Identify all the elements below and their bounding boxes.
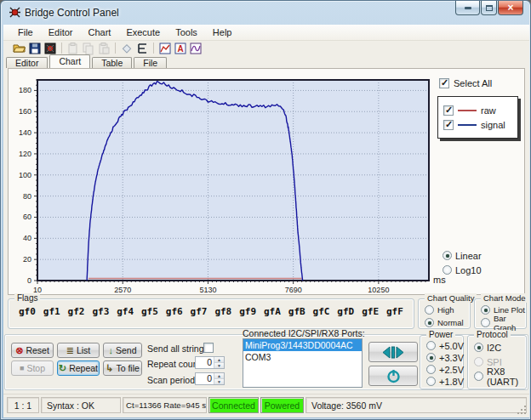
legend-entry-raw[interactable]: raw [443,103,517,117]
tab-table[interactable]: Table [92,57,132,68]
stop-icon: ■ [20,364,24,373]
radio-icon [474,357,483,366]
protocol-option-label: I2C [487,343,501,353]
port-item[interactable]: COM3 [243,351,362,363]
flag-gf9: gf9 [239,306,256,317]
scale-option-log10[interactable]: Log10 [442,263,482,277]
scale-option-linear[interactable]: Linear [442,248,482,263]
quality-option-label: High [437,305,454,315]
radio-icon [474,372,483,381]
menu-item-help[interactable]: Help [205,26,240,39]
legend-entry-signal[interactable]: signal [443,117,517,132]
list-view-icon[interactable] [134,42,150,55]
spin-up-icon[interactable]: ▲ [214,357,224,363]
minimize-button[interactable] [455,1,480,15]
tab-file[interactable]: File [134,57,167,68]
scale-radio-group: LinearLog10 [442,248,482,277]
repeat-button[interactable]: ↻ Repeat [57,360,100,376]
quality-option-label: Normal [437,318,464,327]
radio-icon [481,318,490,327]
stop-button[interactable]: ■ Stop [11,360,54,376]
power-toggle-button[interactable] [368,366,418,386]
select-all-checkbox[interactable]: Select All [439,78,492,88]
tab-editor[interactable]: Editor [6,57,48,68]
tab-chart[interactable]: Chart [49,54,90,68]
port-item[interactable]: MiniProg3/1443DD0004AC [243,339,362,351]
quality-option-normal[interactable]: Normal [425,317,470,328]
spin-up-icon[interactable]: ▲ [214,373,224,379]
radio-icon [426,353,436,362]
radio-icon [426,377,436,386]
send-button[interactable]: ↓ Send [103,343,142,358]
protocol-title: Protocol [474,330,511,339]
flag-gfB: gfB [288,306,305,317]
flags-list: gf0gf1gf2gf3gf4gf5gf6gf7gf8gf9gfAgfBgfCg… [9,299,414,317]
status-syntax: Syntax : OK [41,397,121,413]
quality-option-high[interactable]: High [425,304,470,315]
spin-down-icon[interactable]: ▼ [214,379,224,384]
scan-period-spinner[interactable]: 0 ▲▼ [195,372,225,385]
protocol-option-rx8-uart-[interactable]: RX8 (UART) [474,371,526,382]
maximize-button[interactable] [481,1,497,15]
radio-icon [474,343,483,352]
flag-gf6: gf6 [166,306,183,317]
power-option--3-3v[interactable]: +3.3V [426,352,463,363]
flag-gf1: gf1 [43,306,60,317]
checkbox-icon [443,120,454,130]
svg-text:80: 80 [23,192,31,201]
svg-text:20: 20 [23,255,31,264]
power-option--5-0v[interactable]: +5.0V [426,340,463,351]
power-option--1-8v[interactable]: +1.8V [426,376,463,387]
status-counters: Ct=11366 Rate=945 smp/s [123,397,207,413]
list-button[interactable]: ≣ List [57,343,100,358]
connect-button[interactable] [368,342,418,362]
flags-title: Flags [14,293,40,303]
titlebar[interactable]: Bridge Control Panel × [1,1,530,25]
repeat-count-spinner[interactable]: 0 ▲▼ [195,356,225,369]
select-all-label: Select All [454,78,492,88]
save-icon[interactable] [27,42,43,55]
status-ratio: 1 : 1 [7,397,39,413]
menu-item-editor[interactable]: Editor [41,26,81,39]
send-all-strings-checkbox[interactable] [203,343,214,353]
stop-label: Stop [26,363,45,373]
flag-gf2: gf2 [68,306,85,317]
power-option--2-5v[interactable]: +2.5V [426,364,463,375]
graph-label-icon[interactable]: A [173,42,188,55]
connect-icon [381,346,405,359]
scale-option-label: Linear [455,251,482,261]
radio-icon [426,365,436,374]
paste-icon[interactable] [66,42,81,55]
status-powered-badge: Powered [260,397,304,413]
list-icon: ≣ [66,346,74,355]
mode-option-bar-graph[interactable]: Bar Graph [481,317,526,328]
resize-grip[interactable] [517,406,527,415]
flag-gf4: gf4 [117,306,134,317]
svg-text:100: 100 [19,171,31,179]
graph-line-icon[interactable] [157,42,173,55]
close-icon: × [507,2,513,14]
checkbox-icon [439,78,449,88]
program-icon[interactable] [43,42,58,55]
close-button[interactable]: × [498,1,523,15]
spin-down-icon[interactable]: ▼ [214,363,224,368]
to-file-button[interactable]: ↳ To file [103,360,142,376]
svg-text:160: 160 [19,107,31,116]
menu-item-tools[interactable]: Tools [168,26,205,39]
graph-wave-icon[interactable] [188,42,203,55]
open-file-icon[interactable] [12,42,27,55]
to-file-label: To file [116,363,139,373]
copy-icon[interactable] [81,42,96,55]
clear-icon[interactable] [119,42,134,55]
paste-special-icon[interactable] [96,42,111,55]
ports-label: Connected I2C/SPI/RX8 Ports: [243,328,365,338]
reset-button[interactable]: ⊗ Reset [11,343,54,358]
protocol-option-i2c[interactable]: I2C [474,342,526,353]
ports-list[interactable]: MiniProg3/1443DD0004ACCOM3 [243,338,363,388]
svg-text:40: 40 [23,234,31,242]
menu-item-execute[interactable]: Execute [118,26,168,39]
menu-item-chart[interactable]: Chart [80,26,118,39]
chart-quality-title: Chart Quality [425,293,477,303]
chart-quality-groupbox: Chart Quality HighNormal [418,298,471,329]
menu-item-file[interactable]: File [10,26,41,39]
